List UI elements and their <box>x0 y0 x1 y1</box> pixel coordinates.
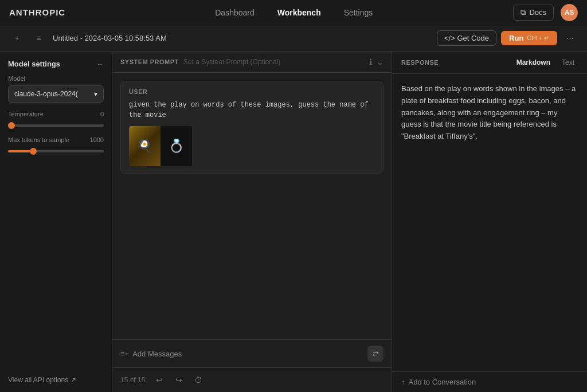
document-title: Untitled - 2024-03-05 10:58:53 AM <box>53 34 167 42</box>
add-conv-label: Add to Conversation <box>409 378 476 386</box>
left-sidebar: Model settings ← Model claude-3-opus-202… <box>0 52 112 392</box>
toolbar: + ≡ Untitled - 2024-03-05 10:58:53 AM </… <box>0 25 587 52</box>
main-layout: Model settings ← Model claude-3-opus-202… <box>0 52 587 392</box>
model-value: claude-3-opus-2024( <box>14 90 78 98</box>
top-nav: ANTHROPIC Dashboard Workbench Settings ⧉… <box>0 0 587 25</box>
docs-button[interactable]: ⧉ Docs <box>513 5 554 21</box>
run-button[interactable]: Run Ctrl + ↵ <box>501 31 557 45</box>
expand-icon[interactable]: ⌄ <box>377 57 383 66</box>
message-text[interactable]: given the play on words of these images,… <box>129 100 375 120</box>
add-to-conversation-button[interactable]: ↑ Add to Conversation <box>401 378 476 386</box>
response-body: Based on the play on words shown in the … <box>392 74 587 371</box>
logo: ANTHROPIC <box>9 7 65 17</box>
system-prompt-label: SYSTEM PROMPT <box>120 58 179 65</box>
docs-icon: ⧉ <box>521 8 526 17</box>
avatar[interactable]: AS <box>561 4 578 21</box>
nav-right: ⧉ Docs AS <box>513 4 578 21</box>
center-footer: 15 of 15 ↩ ↪ ⏱ <box>112 367 392 392</box>
temperature-value: 0 <box>100 111 104 117</box>
add-conv-icon: ↑ <box>401 378 405 386</box>
docs-label: Docs <box>529 8 546 17</box>
message-role: USER <box>129 88 375 95</box>
history-button[interactable]: ⏱ <box>191 373 206 387</box>
view-api-link[interactable]: View all API options ↗ <box>8 376 104 384</box>
format-tabs: Markdown Text <box>513 57 578 68</box>
message-block: USER given the play on words of these im… <box>120 81 383 174</box>
model-label: Model <box>8 75 104 82</box>
toolbar-left: + ≡ Untitled - 2024-03-05 10:58:53 AM <box>9 30 430 46</box>
image-breakfast: 🍳 <box>129 126 161 166</box>
get-code-button[interactable]: </> Get Code <box>437 30 496 46</box>
image-ring: 💍 <box>161 126 192 166</box>
next-button[interactable]: ↪ <box>171 373 186 387</box>
format-tab-text[interactable]: Text <box>558 57 578 68</box>
max-tokens-value: 1000 <box>90 136 104 143</box>
page-info: 15 of 15 <box>120 376 145 384</box>
add-messages-bar: ≡+ Add Messages ⇄ <box>112 339 392 367</box>
info-icon[interactable]: ℹ <box>369 57 372 66</box>
response-text: Based on the play on words shown in the … <box>401 83 578 143</box>
get-code-label: </> Get Code <box>444 34 489 42</box>
model-select[interactable]: claude-3-opus-2024( ▾ <box>8 85 104 103</box>
nav-links: Dashboard Workbench Settings <box>88 6 499 19</box>
max-tokens-slider[interactable] <box>8 150 104 152</box>
collapse-button[interactable]: ← <box>96 60 104 68</box>
system-prompt-bar: SYSTEM PROMPT Set a System Prompt (Optio… <box>112 52 392 73</box>
tune-button[interactable]: ⇄ <box>367 346 383 362</box>
run-shortcut: Ctrl + ↵ <box>527 34 549 42</box>
tune-icon: ⇄ <box>373 350 379 358</box>
response-header: RESPONSE Markdown Text <box>392 52 587 74</box>
add-messages-icon: ≡+ <box>120 350 129 358</box>
response-footer: ↑ Add to Conversation <box>392 371 587 392</box>
nav-dashboard[interactable]: Dashboard <box>210 6 259 19</box>
nav-workbench[interactable]: Workbench <box>273 6 326 19</box>
run-label: Run <box>509 34 523 42</box>
prev-button[interactable]: ↩ <box>152 373 167 387</box>
new-button[interactable]: + <box>9 30 25 46</box>
temperature-slider[interactable] <box>8 124 104 127</box>
add-messages-button[interactable]: ≡+ Add Messages <box>120 350 182 358</box>
temperature-label: Temperature <box>8 111 44 117</box>
center-panel: SYSTEM PROMPT Set a System Prompt (Optio… <box>112 52 392 392</box>
view-api-label: View all API options <box>8 376 68 384</box>
nav-settings[interactable]: Settings <box>339 6 378 19</box>
menu-button[interactable]: ≡ <box>31 30 47 46</box>
sidebar-title: Model settings ← <box>8 60 104 68</box>
add-messages-label: Add Messages <box>132 350 182 358</box>
toolbar-right: </> Get Code Run Ctrl + ↵ ⋯ <box>437 30 578 46</box>
external-link-icon: ↗ <box>71 376 76 384</box>
response-label: RESPONSE <box>401 59 439 66</box>
messages-area: USER given the play on words of these im… <box>112 73 392 339</box>
message-image: 🍳 💍 <box>129 126 192 166</box>
format-tab-markdown[interactable]: Markdown <box>513 57 554 68</box>
system-prompt-input[interactable]: Set a System Prompt (Optional) <box>183 58 365 66</box>
right-panel: RESPONSE Markdown Text Based on the play… <box>392 52 587 392</box>
chevron-down-icon: ▾ <box>94 90 97 98</box>
more-button[interactable]: ⋯ <box>562 30 578 46</box>
sp-icons: ℹ ⌄ <box>369 57 383 66</box>
max-tokens-label: Max tokens to sample <box>8 136 69 143</box>
